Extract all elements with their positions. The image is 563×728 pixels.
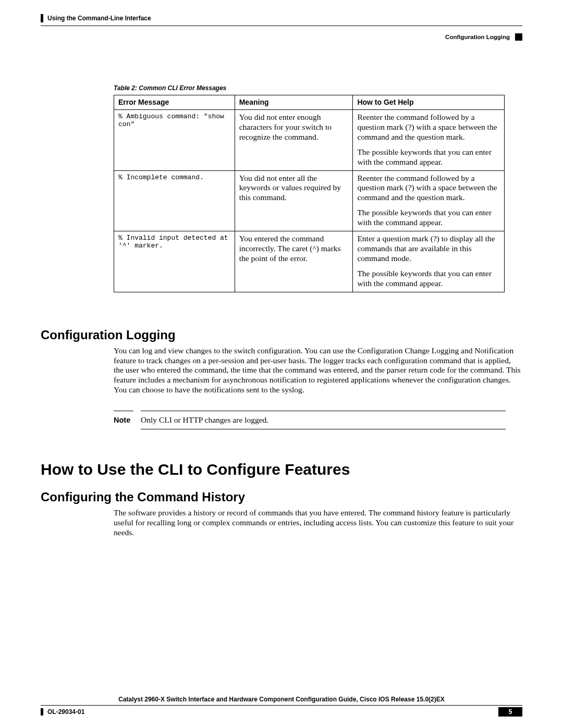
help-p1: Reenter the command followed by a questi… [357, 174, 500, 203]
header-right-text: Configuration Logging [445, 34, 510, 40]
section-command-history: Configuring the Command History [41, 490, 522, 504]
command-history-body: The software provides a history or recor… [114, 508, 522, 538]
page-footer: Catalyst 2960-X Switch Interface and Har… [41, 696, 522, 717]
help-p2: The possible keywords that you can enter… [357, 269, 500, 289]
header-left-text: Using the Command-Line Interface [47, 15, 151, 22]
chapter-how-to-use-cli: How to Use the CLI to Configure Features [41, 461, 522, 478]
help-cell: Reenter the command followed by a questi… [353, 110, 505, 171]
note-label: Note [114, 416, 133, 424]
col-meaning: Meaning [235, 95, 353, 110]
meaning-cell: You entered the command incorrectly. The… [235, 231, 353, 292]
error-message-cell: % Ambiguous command: "show con" [114, 110, 235, 171]
help-p2: The possible keywords that you can enter… [357, 147, 500, 167]
note-rule-long [141, 411, 506, 411]
meaning-cell: You did not enter enough characters for … [235, 110, 353, 171]
footer-doc-id: OL-29034-01 [47, 708, 84, 715]
help-cell: Enter a question mark (?) to display all… [353, 231, 505, 292]
note-block: Note Only CLI or HTTP changes are logged… [114, 411, 506, 429]
note-text: Only CLI or HTTP changes are logged. [141, 415, 268, 425]
table-row: % Incomplete command. You did not enter … [114, 170, 505, 231]
header-left: Using the Command-Line Interface [41, 15, 151, 22]
section-configuration-logging: Configuration Logging [41, 328, 522, 342]
help-p1: Enter a question mark (?) to display all… [357, 234, 500, 264]
footer-marker [41, 708, 43, 715]
help-p1: Reenter the command followed by a questi… [357, 113, 500, 142]
header-marker [41, 14, 43, 22]
error-message-cell: % Incomplete command. [114, 170, 235, 231]
header-right-row: Configuration Logging [41, 24, 522, 41]
meaning-cell: You did not enter all the keywords or va… [235, 170, 353, 231]
table-row: % Invalid input detected at '^' marker. … [114, 231, 505, 292]
note-rule-bottom [141, 429, 506, 429]
help-p2: The possible keywords that you can enter… [357, 208, 500, 228]
help-cell: Reenter the command followed by a questi… [353, 170, 505, 231]
table-header-row: Error Message Meaning How to Get Help [114, 95, 505, 110]
header-right: Configuration Logging [445, 33, 522, 41]
col-error-message: Error Message [114, 95, 235, 110]
header-box-icon [515, 33, 522, 41]
configuration-logging-body: You can log and view changes to the swit… [114, 346, 522, 396]
page-number: 5 [498, 707, 522, 717]
note-rule-short [114, 411, 133, 411]
col-how-to-help: How to Get Help [353, 95, 505, 110]
cli-error-table: Error Message Meaning How to Get Help % … [114, 95, 505, 292]
footer-title: Catalyst 2960-X Switch Interface and Har… [41, 696, 522, 703]
footer-left: OL-29034-01 [41, 708, 84, 715]
table-caption: Table 2: Common CLI Error Messages [114, 84, 522, 92]
page-header: Using the Command-Line Interface [41, 15, 522, 22]
table-row: % Ambiguous command: "show con" You did … [114, 110, 505, 171]
error-message-cell: % Invalid input detected at '^' marker. [114, 231, 235, 292]
